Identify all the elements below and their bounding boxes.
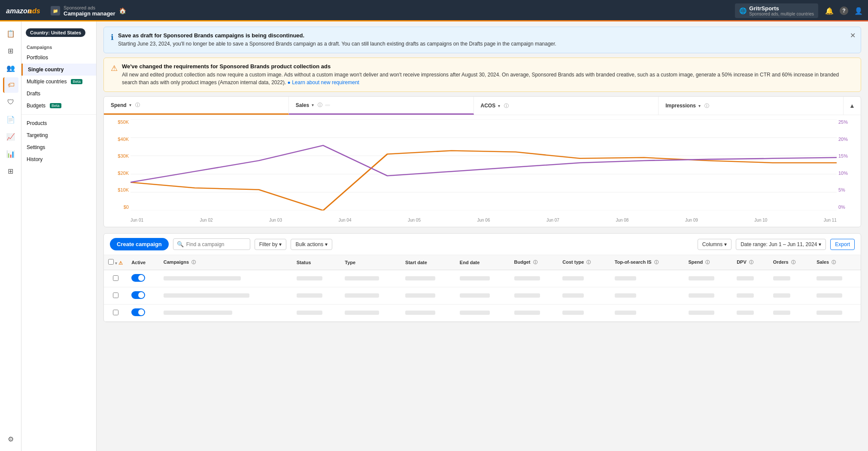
sidebar-item-settings[interactable]: Settings (21, 141, 96, 153)
spend-label: Spend (111, 102, 127, 108)
chart-metric-spend[interactable]: Spend ▾ ⓘ (104, 97, 289, 115)
columns-button[interactable]: Columns ▾ (698, 239, 731, 250)
row2-status (292, 287, 341, 305)
filter-label: Filter by (259, 241, 278, 247)
row2-cost-type-value (562, 293, 584, 298)
warning-banner-title: We've changed the requirements for Spons… (122, 63, 854, 70)
icon-rail-audience[interactable]: 👥 (3, 60, 18, 76)
table-toolbar: Create campaign 🔍 Filter by ▾ Bulk actio… (104, 234, 861, 255)
sidebar-item-targeting[interactable]: Targeting (21, 129, 96, 141)
row1-checkbox[interactable] (113, 275, 118, 281)
row1-dpv-value (737, 276, 754, 280)
icon-rail-shield[interactable]: 🛡 (3, 94, 18, 110)
account-name: GritrSports (749, 5, 814, 12)
chart-collapse-button[interactable]: ▲ (844, 97, 861, 115)
th-type: Type (340, 255, 401, 270)
sidebar-item-portfolios[interactable]: Portfolios (21, 52, 96, 64)
chart-metric-acos[interactable]: ACOS ▾ ⓘ (474, 97, 659, 115)
row1-toggle[interactable] (131, 274, 145, 282)
icon-rail-ads[interactable]: 🏷 (3, 77, 18, 93)
icon-rail-campaigns[interactable]: 📋 (3, 26, 18, 41)
spend-col-info-icon[interactable]: ⓘ (705, 260, 710, 265)
row3-toggle[interactable] (131, 308, 145, 316)
home-icon[interactable]: 🏠 (119, 7, 126, 14)
row3-cost-type-value (562, 311, 584, 315)
create-campaign-button[interactable]: Create campaign (110, 238, 169, 250)
select-all-checkbox[interactable] (108, 259, 114, 265)
icon-rail-apps[interactable]: ⊞ (3, 163, 18, 179)
orders-info-icon[interactable]: ⓘ (791, 260, 795, 265)
row1-sales (812, 270, 861, 287)
sidebar-item-drafts[interactable]: Drafts (21, 88, 96, 100)
account-info[interactable]: 🌐 GritrSports Sponsored ads, multiple co… (735, 3, 818, 18)
sales-label: Sales (296, 102, 309, 108)
row2-checkbox[interactable] (113, 293, 118, 298)
account-details: GritrSports Sponsored ads, multiple coun… (749, 5, 814, 16)
table-row (104, 305, 861, 322)
chart-metrics: Spend ▾ ⓘ Sales ▾ ⓘ ACOS ▾ ⓘ Impressions (104, 97, 861, 115)
row1-campaign-name (164, 276, 241, 280)
row1-spend-value (689, 276, 714, 280)
nav-section-campaigns: Campaigns (21, 41, 96, 52)
row3-checkbox[interactable] (113, 310, 118, 315)
user-icon[interactable]: 👤 (854, 7, 863, 15)
notification-bell-icon[interactable]: 🔔 (825, 7, 834, 15)
sidebar-item-history[interactable]: History (21, 153, 96, 165)
icon-rail-bar-chart[interactable]: 📊 (3, 146, 18, 162)
export-button[interactable]: Export (830, 239, 855, 250)
date-range-chevron-icon: ▾ (819, 241, 821, 247)
spend-info-icon[interactable]: ⓘ (135, 102, 140, 108)
row1-top-search (610, 270, 684, 287)
top-of-search-info-icon[interactable]: ⓘ (654, 260, 659, 265)
row3-campaign (159, 305, 292, 322)
nav-icon: 📁 (51, 6, 60, 15)
row2-toggle[interactable] (131, 291, 145, 299)
icon-rail-settings[interactable]: ⚙ (3, 431, 18, 447)
dpv-info-icon[interactable]: ⓘ (749, 260, 753, 265)
sidebar-item-budgets[interactable]: Budgets Beta (21, 100, 96, 112)
row3-budget (510, 305, 558, 322)
bulk-actions-button[interactable]: Bulk actions ▾ (291, 239, 332, 250)
chart-metric-sales[interactable]: Sales ▾ ⓘ (289, 97, 474, 115)
info-banner-close-button[interactable]: ✕ (850, 31, 856, 40)
row2-orders-value (773, 293, 790, 298)
budget-info-icon[interactable]: ⓘ (533, 260, 537, 265)
icon-rail-bottom: ⚙ (3, 431, 18, 447)
row3-top-search (610, 305, 684, 322)
row1-budget (510, 270, 558, 287)
learn-more-link[interactable]: ● Learn about new requirement (288, 79, 359, 85)
bulk-chevron-icon: ▾ (325, 241, 328, 247)
filter-button[interactable]: Filter by ▾ (255, 239, 287, 250)
row1-status-value (297, 276, 322, 280)
sales-info-icon[interactable]: ⓘ (318, 102, 322, 108)
sidebar-item-single-country[interactable]: Single country (21, 64, 96, 76)
search-input[interactable] (186, 241, 246, 247)
campaigns-info-icon[interactable]: ⓘ (191, 260, 196, 265)
row3-status-value (297, 311, 322, 315)
logo[interactable]: amazon ads (5, 5, 44, 17)
sidebar-item-multiple-countries[interactable]: Multiple countries Beta (21, 76, 96, 88)
search-box: 🔍 (173, 238, 250, 250)
sort-icon: ▾ (115, 261, 117, 265)
columns-chevron-icon: ▾ (724, 241, 727, 247)
breadcrumb-nav: 📁 Sponsored ads Campaign manager 🏠 (51, 5, 126, 17)
icon-rail-analytics[interactable]: 📈 (3, 129, 18, 144)
acos-info-icon[interactable]: ⓘ (504, 103, 509, 109)
date-range-button[interactable]: Date range: Jun 1 – Jun 11, 2024 ▾ (736, 239, 826, 250)
help-icon[interactable]: ? (840, 6, 848, 15)
chart-metric-impressions[interactable]: Impressions ▾ ⓘ (659, 97, 844, 115)
row2-budget (510, 287, 558, 305)
toolbar-right: Columns ▾ Date range: Jun 1 – Jun 11, 20… (698, 239, 855, 250)
row2-budget-value (514, 293, 540, 298)
cost-type-info-icon[interactable]: ⓘ (586, 260, 591, 265)
th-cost-type: Cost type ⓘ (558, 255, 610, 270)
columns-label: Columns (702, 241, 722, 247)
row2-campaign (159, 287, 292, 305)
sales-col-info-icon[interactable]: ⓘ (832, 260, 836, 265)
country-badge[interactable]: Country: United States (26, 28, 85, 37)
icon-rail-reports[interactable]: 📄 (3, 112, 18, 127)
impressions-info-icon[interactable]: ⓘ (704, 103, 709, 109)
icon-rail-dashboard[interactable]: ⊞ (3, 43, 18, 58)
sidebar-item-products[interactable]: Products (21, 117, 96, 129)
info-banner-body: Starting June 23, 2024, you'll no longer… (118, 40, 556, 48)
